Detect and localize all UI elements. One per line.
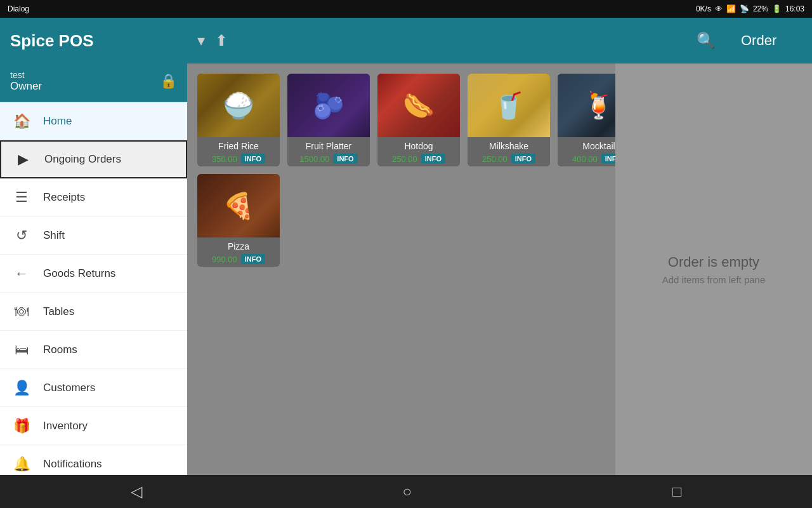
order-empty-subtitle: Add items from left pane xyxy=(662,274,766,285)
tables-icon: 🍽 xyxy=(13,304,30,320)
product-price: 400.00 xyxy=(572,154,598,164)
product-card-mocktail[interactable]: 🍹 Mocktail 400.00 INFO xyxy=(558,74,615,166)
sidebar-item-notifications[interactable]: 🔔 Notifications xyxy=(0,445,187,475)
product-card-fruit-platter[interactable]: 🫐 Fruit Platter 1500.00 INFO xyxy=(287,74,370,166)
product-name: Fried Rice xyxy=(202,141,275,151)
sidebar-item-rooms[interactable]: 🛏 Rooms xyxy=(0,331,187,369)
nav-list: 🏠 Home ▶ Ongoing Orders ☰ Receipts ↺ Shi… xyxy=(0,102,187,475)
order-empty-title: Order is empty xyxy=(662,254,766,271)
recents-button[interactable]: □ xyxy=(652,478,702,505)
product-info-hotdog: Hotdog 250.00 INFO xyxy=(377,137,460,166)
product-image-mocktail: 🍹 xyxy=(558,74,615,137)
battery-icon: 🔋 xyxy=(772,4,782,13)
eye-icon: 👁 xyxy=(715,4,723,13)
product-price: 1500.00 xyxy=(299,154,329,164)
product-image-hotdog: 🌭 xyxy=(377,74,460,137)
battery-level: 22% xyxy=(753,4,768,13)
order-panel: Order is empty Add items from left pane xyxy=(615,64,812,475)
user-name: test xyxy=(10,70,42,80)
inventory-icon: 🎁 xyxy=(13,418,30,434)
product-price-row: 1500.00 INFO xyxy=(292,154,365,164)
sidebar-item-label: Home xyxy=(43,115,72,128)
product-price-row: 990.00 INFO xyxy=(202,254,275,264)
main-content: ▾ ⬆ 🔍 Order 🍚 Fried Rice 350.0 xyxy=(187,18,812,475)
product-grid: 🍚 Fried Rice 350.00 INFO 🫐 xyxy=(187,64,615,475)
user-info: test Owner xyxy=(10,70,42,93)
sidebar-item-label: Receipts xyxy=(43,191,85,204)
shift-icon: ↺ xyxy=(13,227,30,244)
upload-icon[interactable]: ⬆ xyxy=(215,32,228,50)
home-icon: 🏠 xyxy=(13,113,30,130)
status-bar: Dialog 0K/s 👁 📶 📡 22% 🔋 16:03 xyxy=(0,0,812,18)
info-button[interactable]: INFO xyxy=(511,154,535,164)
lock-icon[interactable]: 🔒 xyxy=(160,73,177,90)
product-price-row: 250.00 INFO xyxy=(383,154,455,164)
sidebar-item-home[interactable]: 🏠 Home xyxy=(0,102,187,140)
product-name: Mocktail xyxy=(563,141,615,151)
product-card-milkshake[interactable]: 🥤 Milkshake 250.00 INFO xyxy=(468,74,550,166)
user-role: Owner xyxy=(10,80,42,93)
product-price: 990.00 xyxy=(212,255,237,264)
sidebar-item-label: Inventory xyxy=(43,420,88,432)
sidebar-item-label: Shift xyxy=(43,229,65,242)
sidebar-item-label: Tables xyxy=(43,305,74,318)
sidebar-item-inventory[interactable]: 🎁 Inventory xyxy=(0,407,187,445)
product-price-row: 400.00 INFO xyxy=(563,154,615,164)
product-info-fried-rice: Fried Rice 350.00 INFO xyxy=(197,137,280,166)
status-indicators: 0K/s 👁 📶 📡 22% 🔋 16:03 xyxy=(696,4,804,13)
dropdown-arrow-icon[interactable]: ▾ xyxy=(197,32,205,50)
home-button[interactable]: ○ xyxy=(383,478,433,505)
wifi-icon: 📶 xyxy=(726,4,736,13)
order-empty-state: Order is empty Add items from left pane xyxy=(662,254,766,285)
sidebar-item-receipts[interactable]: ☰ Receipts xyxy=(0,178,187,217)
order-panel-title: Order xyxy=(726,32,802,49)
top-bar-actions: ▾ ⬆ xyxy=(197,32,228,50)
info-button[interactable]: INFO xyxy=(421,154,445,164)
user-section: test Owner 🔒 xyxy=(0,64,187,102)
search-icon[interactable]: 🔍 xyxy=(697,32,716,50)
clock: 16:03 xyxy=(785,4,804,13)
product-image-milkshake: 🥤 xyxy=(468,74,550,137)
sidebar-item-label: Customers xyxy=(43,382,95,394)
network-speed: 0K/s xyxy=(696,4,711,13)
customers-icon: 👤 xyxy=(13,380,30,396)
product-name: Hotdog xyxy=(383,141,455,151)
product-name: Milkshake xyxy=(473,141,545,151)
sidebar-header: Spice POS xyxy=(0,18,187,64)
sidebar-item-ongoing-orders[interactable]: ▶ Ongoing Orders xyxy=(0,140,187,178)
back-button[interactable]: ◁ xyxy=(110,478,162,505)
bell-icon: 🔔 xyxy=(13,456,30,472)
sidebar-item-label: Ongoing Orders xyxy=(44,153,121,166)
product-card-pizza[interactable]: 🍕 Pizza 990.00 INFO xyxy=(197,174,280,267)
sidebar-item-label: Goods Returns xyxy=(43,267,115,280)
receipt-icon: ☰ xyxy=(13,189,30,206)
top-bar: ▾ ⬆ 🔍 Order xyxy=(187,18,812,64)
sidebar-item-shift[interactable]: ↺ Shift xyxy=(0,217,187,255)
product-image-fruit-platter: 🫐 xyxy=(287,74,370,137)
sidebar: Spice POS test Owner 🔒 🏠 Home ▶ Ongoing … xyxy=(0,18,187,475)
product-image-pizza: 🍕 xyxy=(197,174,280,237)
product-name: Pizza xyxy=(202,241,275,251)
product-card-hotdog[interactable]: 🌭 Hotdog 250.00 INFO xyxy=(377,74,460,166)
rooms-icon: 🛏 xyxy=(13,342,30,358)
product-image-fried-rice: 🍚 xyxy=(197,74,280,137)
product-price: 250.00 xyxy=(482,154,508,164)
product-price-row: 250.00 INFO xyxy=(473,154,545,164)
product-card-fried-rice[interactable]: 🍚 Fried Rice 350.00 INFO xyxy=(197,74,280,166)
info-button[interactable]: INFO xyxy=(601,154,615,164)
sidebar-item-tables[interactable]: 🍽 Tables xyxy=(0,293,187,331)
app-title: Spice POS xyxy=(10,31,94,51)
product-info-fruit-platter: Fruit Platter 1500.00 INFO xyxy=(287,137,370,166)
sidebar-item-goods-returns[interactable]: ← Goods Returns xyxy=(0,255,187,293)
sidebar-item-customers[interactable]: 👤 Customers xyxy=(0,369,187,407)
info-button[interactable]: INFO xyxy=(241,254,265,264)
info-button[interactable]: INFO xyxy=(333,154,357,164)
info-button[interactable]: INFO xyxy=(241,154,265,164)
content-area: 🍚 Fried Rice 350.00 INFO 🫐 xyxy=(187,64,812,475)
sidebar-item-label: Notifications xyxy=(43,458,102,471)
product-info-pizza: Pizza 990.00 INFO xyxy=(197,237,280,267)
product-name: Fruit Platter xyxy=(292,141,365,151)
product-info-milkshake: Milkshake 250.00 INFO xyxy=(468,137,550,166)
product-price: 350.00 xyxy=(212,154,237,164)
return-icon: ← xyxy=(13,265,30,282)
